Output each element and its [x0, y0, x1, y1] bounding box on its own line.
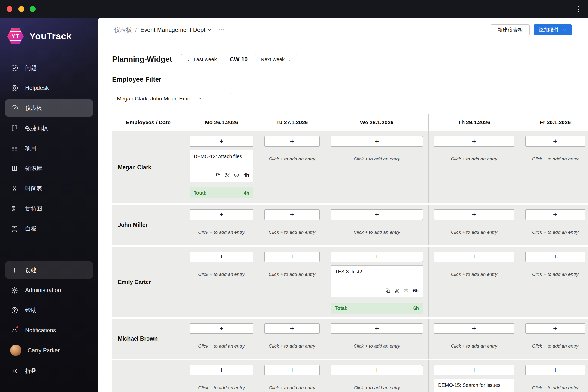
add-widget-button[interactable]: 添加微件 — [534, 24, 572, 35]
timesheet-cell: + Click + to add an entry — [184, 247, 259, 317]
add-entry-button[interactable]: + — [525, 365, 585, 375]
breadcrumb-current[interactable]: Event Management Dept — [140, 26, 212, 33]
titlebar: ⋮ — [0, 0, 588, 18]
add-entry-button[interactable]: + — [525, 136, 585, 146]
sidebar-item-timesheets[interactable]: 时间表 — [5, 180, 93, 197]
last-week-button[interactable]: ← Last week — [181, 54, 223, 64]
empty-cell-hint: Click + to add an entry — [269, 344, 315, 349]
create-button[interactable]: 创建 — [5, 262, 93, 278]
table-row: Emily Carter + Click + to add an entry +… — [112, 247, 588, 317]
sidebar-item-help[interactable]: 帮助 — [5, 302, 93, 319]
youtrack-logo[interactable]: YT YouTrack — [7, 28, 98, 45]
sidebar-item-whiteboards[interactable]: 白板 — [5, 220, 93, 237]
empty-cell-hint: Click + to add an entry — [354, 344, 400, 349]
gear-icon — [10, 286, 19, 294]
add-entry-button[interactable]: + — [331, 210, 423, 220]
column-header-thursday: Th 29.1.2026 — [428, 114, 520, 131]
add-entry-button[interactable]: + — [434, 136, 514, 146]
next-week-button[interactable]: Next week → — [254, 54, 298, 64]
youtrack-logo-icon: YT — [7, 28, 24, 45]
add-entry-button[interactable]: + — [264, 252, 320, 262]
close-button[interactable] — [7, 6, 12, 12]
table-row: John Miller + Click + to add an entry + … — [112, 204, 588, 246]
add-entry-button[interactable]: + — [434, 210, 514, 220]
timesheet-cell: + Click + to add an entry — [520, 247, 588, 317]
add-entry-button[interactable]: + — [525, 252, 585, 262]
cut-icon[interactable] — [394, 288, 400, 293]
empty-cell-hint: Click + to add an entry — [269, 272, 315, 277]
dashboards-icon — [10, 104, 19, 112]
sidebar-item-label: 知识库 — [25, 165, 42, 172]
sidebar-item-label: 帮助 — [25, 306, 36, 314]
copy-icon[interactable] — [216, 173, 221, 178]
add-entry-button[interactable]: + — [331, 136, 423, 146]
sidebar-collapse-button[interactable]: 折叠 — [5, 362, 93, 380]
add-entry-button[interactable]: + — [434, 252, 514, 262]
table-row: Megan Clark + DEMO-13: Attach files 4h — [112, 131, 588, 203]
total-bar: Total: 6h — [331, 302, 423, 314]
sidebar-item-agile-boards[interactable]: 敏捷面板 — [5, 120, 93, 137]
new-dashboard-button[interactable]: 新建仪表板 — [491, 24, 530, 35]
add-entry-button[interactable]: + — [264, 210, 320, 220]
chevron-down-icon — [198, 96, 202, 101]
cut-icon[interactable] — [225, 173, 230, 178]
add-entry-button[interactable]: + — [190, 210, 253, 220]
link-icon[interactable] — [234, 173, 239, 178]
add-entry-button[interactable]: + — [434, 365, 514, 375]
sidebar-item-administration[interactable]: Administration — [5, 282, 93, 299]
sidebar-item-issues[interactable]: 问题 — [5, 59, 93, 76]
window-menu-icon[interactable]: ⋮ — [575, 6, 582, 13]
entry-card[interactable]: TES-3: test2 6h — [331, 265, 423, 297]
breadcrumb-dashboards-link[interactable]: 仪表板 — [114, 26, 132, 34]
sidebar-item-label: 甘特图 — [25, 205, 42, 212]
gantt-icon — [10, 204, 19, 213]
sidebar-item-notifications[interactable]: Notifications — [5, 322, 93, 339]
add-entry-button[interactable]: + — [331, 252, 423, 262]
add-entry-button[interactable]: + — [190, 252, 253, 262]
sidebar-item-helpdesk[interactable]: Helpdesk — [5, 80, 93, 96]
sidebar-item-gantt-charts[interactable]: 甘特图 — [5, 200, 93, 217]
entry-hours: 4h — [244, 172, 249, 178]
youtrack-logo-text: YouTrack — [30, 31, 72, 42]
sidebar-item-label: Notifications — [25, 327, 56, 334]
add-entry-button[interactable]: + — [525, 210, 585, 220]
add-entry-button[interactable]: + — [264, 365, 320, 375]
timesheet-cell: + Click + to add an entry — [428, 204, 520, 246]
employee-filter-value: Megan Clark, John Miller, Emil... — [117, 96, 194, 102]
empty-cell-hint: Click + to add an entry — [198, 230, 245, 235]
add-entry-button[interactable]: + — [264, 324, 320, 334]
sidebar-footer-nav: 创建 Administration 帮助 Notifications Carry… — [0, 262, 98, 380]
empty-cell-hint: Click + to add an entry — [451, 156, 497, 162]
add-entry-button[interactable]: + — [331, 324, 423, 334]
timesheet-cell: + Click + to add an entry — [259, 247, 325, 317]
entry-card[interactable]: DEMO-13: Attach files 4h — [190, 150, 253, 182]
sidebar-item-knowledge-base[interactable]: 知识库 — [5, 160, 93, 177]
planning-table: Employees / Date Mo 26.1.2026 Tu 27.1.20… — [112, 114, 588, 392]
link-icon[interactable] — [404, 288, 409, 293]
entry-card[interactable]: DEMO-15: Search for issues — [434, 379, 514, 392]
add-entry-button[interactable]: + — [525, 324, 585, 334]
sidebar-item-profile[interactable]: Carry Parker — [5, 342, 93, 359]
employee-name-cell: Megan Clark — [112, 131, 184, 203]
empty-cell-hint: Click + to add an entry — [269, 156, 315, 162]
sidebar-item-dashboards[interactable]: 仪表板 — [5, 100, 93, 116]
empty-cell-hint: Click + to add an entry — [269, 230, 315, 235]
sidebar-item-projects[interactable]: 项目 — [5, 140, 93, 157]
empty-cell-hint: Click + to add an entry — [532, 272, 579, 277]
add-entry-button[interactable]: + — [190, 324, 253, 334]
minimize-button[interactable] — [18, 6, 24, 12]
copy-icon[interactable] — [386, 288, 390, 293]
help-icon — [10, 306, 19, 314]
add-entry-button[interactable]: + — [190, 365, 253, 375]
employee-filter-select[interactable]: Megan Clark, John Miller, Emil... — [112, 93, 232, 104]
add-entry-button[interactable]: + — [434, 324, 514, 334]
avatar — [10, 345, 21, 356]
add-entry-button[interactable]: + — [331, 365, 423, 375]
zoom-button[interactable] — [30, 6, 36, 12]
add-entry-button[interactable]: + — [190, 136, 253, 146]
sidebar-item-label: 仪表板 — [25, 104, 42, 112]
add-entry-button[interactable]: + — [264, 136, 320, 146]
timesheet-cell: + Click + to add an entry — [184, 204, 259, 246]
timesheet-cell: + Click + to add an entry — [428, 131, 520, 203]
empty-cell-hint: Click + to add an entry — [532, 344, 579, 349]
